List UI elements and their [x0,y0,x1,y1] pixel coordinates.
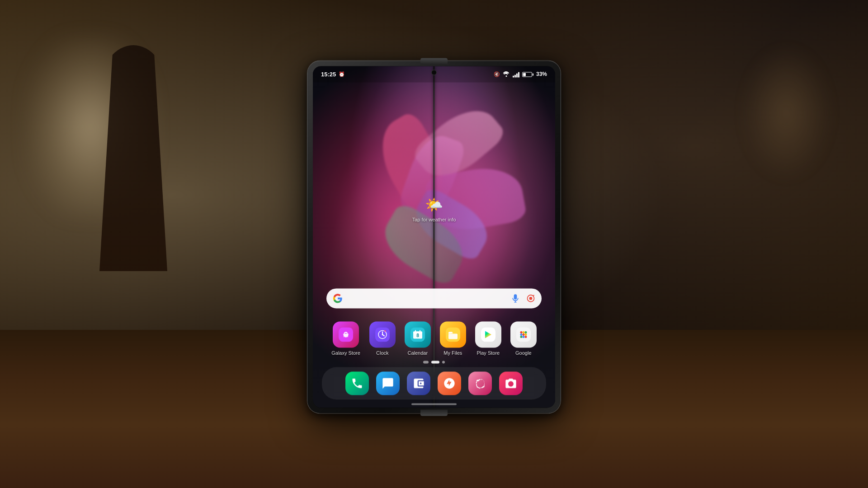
bg-window-light-right [741,45,832,181]
time-display: 15:25 [321,71,336,78]
hinge-bottom [420,409,448,416]
alarm-icon: ⏰ [339,71,345,77]
svg-text:8: 8 [416,333,419,338]
indicator-1 [431,361,439,363]
app-calendar[interactable]: 8 Calendar [405,321,431,356]
play-store-icon [475,321,501,347]
svg-point-26 [524,331,527,333]
galaxy-store-icon [333,321,359,347]
dock-messages[interactable] [376,371,400,395]
svg-point-32 [524,336,527,338]
messages-app-icon [376,371,400,395]
svg-point-29 [524,333,527,336]
microphone-icon[interactable] [511,294,520,303]
indicator-2 [442,361,445,363]
google-search-bar[interactable] [326,288,542,308]
app-my-files[interactable]: My Files [440,321,466,356]
svg-line-4 [533,295,534,296]
calendar-icon: 8 [405,321,431,347]
google-app-icon [510,321,537,347]
camera-notch [431,70,437,75]
app-clock[interactable]: Clock [369,321,396,356]
status-right: 🔇 [494,70,547,78]
wifi-icon [503,70,510,78]
page-indicators [423,361,445,363]
weather-widget[interactable]: 🌤️ Tap for weather info [412,196,456,223]
phone-screen: 15:25 ⏰ 🔇 [313,66,555,408]
bixby-app-icon [468,371,492,395]
svg-point-7 [347,337,348,338]
dock-pay[interactable] [407,371,430,395]
svg-point-12 [382,334,383,335]
phone-device: 15:25 ⏰ 🔇 [307,61,561,413]
svg-point-28 [522,333,524,336]
my-files-label: My Files [443,350,462,356]
indicator-0 [423,361,429,363]
svg-point-24 [520,331,522,333]
dock-bixby[interactable] [468,371,492,395]
weather-tap-label: Tap for weather info [412,217,456,222]
battery-percent: 33% [536,71,547,77]
weather-sun-icon: 🌤️ [412,196,456,213]
browser-app-icon [438,371,461,395]
mute-icon: 🔇 [494,71,500,77]
app-icons-row: Galaxy Store [313,321,555,356]
dock-snap[interactable] [499,371,523,395]
svg-point-3 [529,297,533,300]
svg-point-25 [522,331,524,333]
search-right-icons [511,294,535,303]
app-play-store[interactable]: Play Store [475,321,501,356]
hinge-top [420,58,448,64]
svg-point-31 [522,336,524,338]
clock-label: Clock [376,350,389,356]
svg-point-27 [520,333,522,336]
my-files-icon [440,321,466,347]
dock-browser[interactable] [438,371,461,395]
app-galaxy-store[interactable]: Galaxy Store [331,321,360,356]
app-google[interactable]: Google [510,321,537,356]
play-store-label: Play Store [476,350,500,356]
svg-rect-20 [448,333,458,339]
phone-app-icon [345,371,369,395]
bottom-dock [322,367,546,399]
svg-point-6 [344,337,345,338]
status-left: 15:25 ⏰ [321,71,345,78]
dock-phone[interactable] [345,371,369,395]
camera-search-icon[interactable] [526,294,535,303]
fold-line [434,66,435,408]
svg-point-30 [520,336,522,338]
battery-icon [522,72,533,77]
snap-app-icon [499,371,523,395]
home-indicator [411,403,457,405]
google-logo [333,293,343,303]
calendar-label: Calendar [407,350,428,356]
pay-app-icon [407,371,430,395]
signal-icon [513,71,519,77]
phone-body: 15:25 ⏰ 🔇 [307,61,561,413]
clock-icon [369,321,396,347]
google-label: Google [515,350,531,356]
galaxy-store-label: Galaxy Store [331,350,360,356]
